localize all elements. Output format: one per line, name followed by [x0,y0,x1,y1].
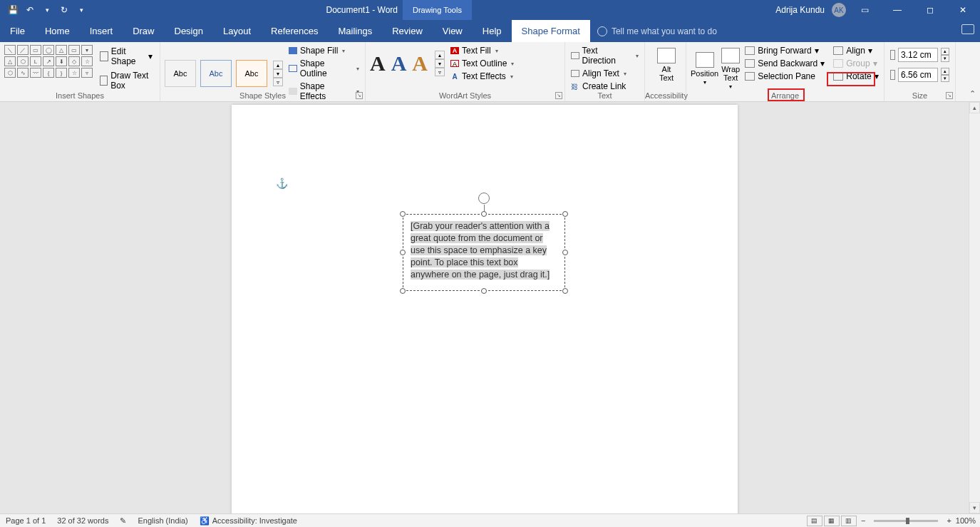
text-box-content[interactable]: [Grab your reader's attention with a gre… [411,221,550,280]
tab-help[interactable]: Help [473,20,512,42]
tab-shape-format[interactable]: Shape Format [512,20,590,42]
height-icon [890,50,895,60]
tab-references[interactable]: References [261,20,328,42]
selection-pane-button[interactable]: Selection Pane [743,71,827,82]
document-page[interactable]: ⚓ [Grab your reader's attention with a g… [232,105,738,513]
language-status[interactable]: English (India) [132,516,193,525]
width-spinner[interactable]: ▴▾ [941,68,949,82]
scroll-down-icon[interactable]: ▾ [969,502,980,513]
tab-draw[interactable]: Draw [123,20,164,42]
gallery-scroll[interactable]: ▴▾▿ [435,51,445,76]
style-thumb-2[interactable]: Abc [200,60,232,87]
text-box-selection[interactable]: [Grab your reader's attention with a gre… [403,214,565,291]
rotate-button[interactable]: Rotate▾ [831,71,880,82]
create-link-button[interactable]: ⛓Create Link [569,81,640,92]
resize-handle-br[interactable] [562,288,568,294]
print-layout-view-icon[interactable]: ▦ [824,516,840,526]
resize-handle-ml[interactable] [400,250,406,255]
tab-insert[interactable]: Insert [80,20,123,42]
tab-view[interactable]: View [433,20,473,42]
redo-icon[interactable]: ↻ [57,3,71,17]
vertical-scrollbar[interactable]: ▴ ▾ [969,102,980,513]
height-spinner[interactable]: ▴▾ [941,48,949,62]
close-button[interactable]: ✕ [949,0,977,20]
text-fill-button[interactable]: AText Fill▾ [449,45,515,56]
tab-layout[interactable]: Layout [213,20,261,42]
wrap-text-button[interactable]: Wrap Text▾ [721,45,740,90]
gallery-scroll[interactable]: ▴▾▿ [273,61,283,86]
dialog-launcher-icon[interactable]: ↘ [555,92,562,99]
text-effects-button[interactable]: AText Effects▾ [449,71,515,82]
text-direction-button[interactable]: Text Direction▾ [569,45,640,66]
group-size: ▴▾ ▴▾ Size ↘ [884,42,956,101]
tab-mailings[interactable]: Mailings [329,20,383,42]
collapse-ribbon-icon[interactable]: ⌃ [969,89,976,98]
wordart-style-2[interactable]: A [391,51,407,76]
resize-handle-mr[interactable] [562,250,568,255]
accessibility-status[interactable]: ♿Accessibility: Investigate [194,516,303,526]
scroll-up-icon[interactable]: ▴ [969,102,980,113]
wordart-style-3[interactable]: A [412,51,428,76]
save-icon[interactable]: 💾 [6,3,20,17]
shape-width-input[interactable] [898,68,938,82]
dialog-launcher-icon[interactable]: ↘ [946,92,953,99]
zoom-level[interactable]: 100% [956,516,976,525]
alt-text-button[interactable]: Alt Text [649,45,684,82]
wrap-text-icon [721,48,740,63]
resize-handle-tr[interactable] [562,211,568,217]
dialog-launcher-icon[interactable]: ↘ [356,92,363,99]
wordart-style-1[interactable]: A [370,51,386,76]
qat-customize-icon[interactable]: ▾ [74,3,88,17]
text-outline-button[interactable]: AText Outline▾ [449,58,515,69]
tab-review[interactable]: Review [382,20,433,42]
comments-icon[interactable] [961,24,974,34]
drawing-tools-contextual-tab: Drawing Tools [403,0,472,20]
style-thumb-1[interactable]: Abc [165,60,196,87]
resize-handle-bl[interactable] [400,288,406,294]
word-count[interactable]: 32 of 32 words [51,516,114,525]
zoom-in-button[interactable]: + [947,516,951,525]
rotate-icon [833,72,843,81]
shape-fill-button[interactable]: Shape Fill▾ [287,45,361,56]
send-backward-button[interactable]: Send Backward▾ [743,58,827,69]
fill-swatch-icon [289,47,297,54]
bring-forward-icon [745,46,755,55]
undo-icon[interactable]: ↶ [23,3,37,17]
tab-file[interactable]: File [0,20,35,42]
shape-outline-button[interactable]: Shape Outline▾ [287,58,361,79]
zoom-slider[interactable] [874,520,938,522]
group-label: Accessibility [645,91,686,100]
group-accessibility: Alt Text Accessibility [645,42,686,101]
tab-design[interactable]: Design [165,20,213,42]
resize-handle-tl[interactable] [400,211,406,217]
wordart-gallery[interactable]: A A A ▴▾▿ [370,45,445,82]
align-button[interactable]: Align▾ [831,45,880,56]
web-layout-view-icon[interactable]: ▥ [841,516,857,526]
edit-shape-button[interactable]: Edit Shape▾ [97,45,155,68]
ribbon-display-options-icon[interactable]: ▭ [850,0,879,20]
draw-text-box-button[interactable]: Draw Text Box [97,69,155,92]
rotate-handle[interactable] [478,193,490,204]
maximize-button[interactable]: ◻ [916,0,944,20]
document-title: Document1 - Word [326,5,398,15]
style-thumb-3[interactable]: Abc [236,60,267,87]
resize-handle-tm[interactable] [481,211,487,217]
zoom-out-button[interactable]: − [861,516,865,525]
tell-me-search[interactable]: Tell me what you want to do [597,26,717,36]
spell-check-icon[interactable]: ✎ [114,516,132,526]
shape-height-input[interactable] [898,48,938,62]
text-box[interactable]: [Grab your reader's attention with a gre… [403,214,565,291]
resize-handle-bm[interactable] [481,288,487,294]
tab-home[interactable]: Home [35,20,80,42]
undo-more-icon[interactable]: ▾ [40,3,54,17]
bring-forward-button[interactable]: Bring Forward▾ [743,45,827,56]
page-count[interactable]: Page 1 of 1 [0,516,51,525]
text-effects-icon: A [450,73,459,80]
text-box-icon [100,76,108,86]
read-mode-view-icon[interactable]: ▤ [807,516,822,526]
minimize-button[interactable]: — [883,0,912,20]
position-button[interactable]: Position▾ [691,45,718,90]
shapes-gallery[interactable]: ＼／▭◯△▭▾ △⬡L↗⬇◇☆ ⬡∿〰{}☆▿ [4,45,93,92]
user-avatar[interactable]: AK [832,3,846,17]
align-text-button[interactable]: Align Text▾ [569,68,640,79]
